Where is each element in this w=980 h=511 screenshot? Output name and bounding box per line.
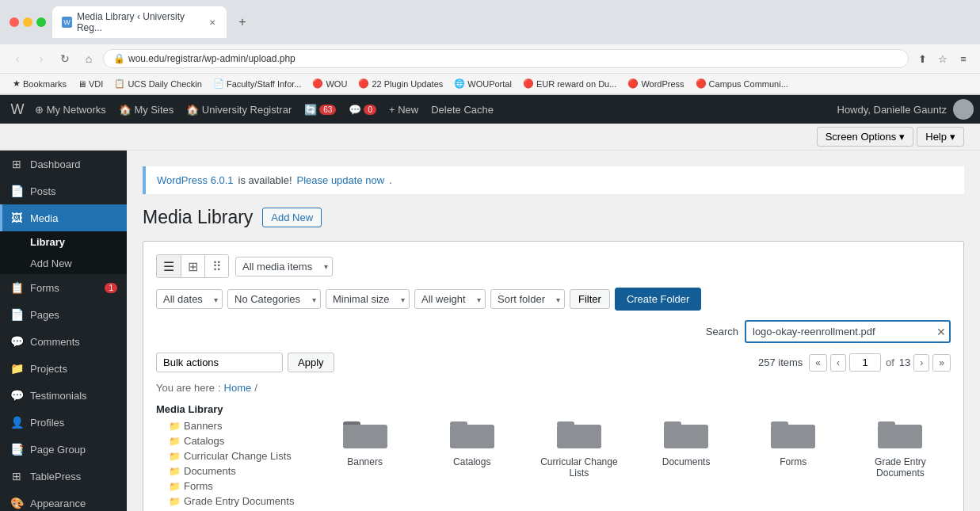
sidebar-add-new-link[interactable]: Add New [0,253,127,274]
next-page-btn[interactable]: › [913,354,929,372]
new-content-menu[interactable]: + New [383,95,425,124]
bookmark-wou[interactable]: 🔴 WOU [307,77,352,90]
add-new-button[interactable]: Add New [262,208,322,227]
bookmark-wordpress[interactable]: 🔴 WordPress [623,77,688,90]
bulk-actions-row: Bulk actions Apply 257 items « ‹ of 13 › [156,353,951,372]
my-sites-menu[interactable]: 🏠 My Sites [112,95,180,124]
sidebar-item-page-group[interactable]: 📑 Page Group [0,436,127,463]
grid-view-btn[interactable]: ⊞ [181,255,204,277]
share-icon[interactable]: ⬆ [913,50,931,67]
maximize-window-btn[interactable] [36,17,46,27]
folder-catalogs[interactable]: Catalogs [421,403,522,509]
tree-root-label[interactable]: Media Library [156,403,302,415]
reload-btn[interactable]: ↻ [55,49,74,68]
tree-item-forms[interactable]: 📁 Forms [156,479,302,494]
folder-grade-entry[interactable]: Grade Entry Documents [850,403,951,509]
wp-content: WordPress 6.0.1 is available! Please upd… [127,151,980,511]
categories-select[interactable]: No Categories [227,289,321,309]
comments-sidebar-icon: 💬 [10,334,24,349]
bookmarks-icon: ★ [13,78,21,89]
forward-btn[interactable]: › [32,49,51,68]
close-window-btn[interactable] [10,17,19,27]
screen-options-bar: Screen Options ▾ Help ▾ [0,124,980,151]
tree-item-banners[interactable]: 📁 Banners [156,418,302,433]
tree-curricular-label: Curricular Change Lists [184,450,292,462]
tab-close-btn[interactable]: ✕ [207,17,217,28]
search-input[interactable] [745,320,951,343]
help-btn[interactable]: Help ▾ [917,127,964,147]
university-label: University Registrar [202,104,292,116]
sidebar-item-posts[interactable]: 📄 Posts [0,177,127,204]
sidebar-item-media[interactable]: 🖼 Media [0,204,127,231]
bulk-actions-select[interactable]: Bulk actions [156,353,283,372]
bookmark-campus[interactable]: 🔴 Campus Communi... [691,77,793,90]
tree-item-documents[interactable]: 📁 Documents [156,463,302,479]
bookmark-eur[interactable]: 🔴 EUR reward on Du... [518,77,621,90]
updates-menu[interactable]: 🔄 63 [298,95,342,124]
list-view-btn[interactable]: ☰ [157,255,181,277]
sidebar-item-tablepress[interactable]: ⊞ TablePress [0,463,127,490]
wp-version-link[interactable]: WordPress 6.0.1 [157,174,234,186]
tree-forms-label: Forms [184,480,213,492]
sidebar-item-testimonials[interactable]: 💬 Testimonials [0,382,127,409]
folder-documents[interactable]: Documents [635,403,736,509]
folder-banners[interactable]: Banners [315,403,415,509]
sidebar-item-projects[interactable]: 📁 Projects [0,355,127,382]
screen-options-btn[interactable]: Screen Options ▾ [817,127,914,147]
filter-button[interactable]: Filter [570,289,610,309]
bookmark-faculty[interactable]: 📄 Faculty/Staff Infor... [208,77,307,90]
last-page-btn[interactable]: » [932,354,951,372]
my-networks-menu[interactable]: ⊕ My Networks [29,95,112,124]
wp-logo-icon[interactable]: W [6,98,29,120]
update-now-link[interactable]: Please update now [297,174,385,186]
first-page-btn[interactable]: « [809,354,827,372]
pages-icon: 📄 [10,307,24,322]
sort-folder-select[interactable]: Sort folder [490,289,565,309]
reader-icon[interactable]: ≡ [955,50,972,67]
tree-item-curricular[interactable]: 📁 Curricular Change Lists [156,448,302,463]
delete-cache-label: Delete Cache [431,104,494,116]
address-bar[interactable]: 🔒 wou.edu/registrar/wp-admin/upload.php [103,49,909,68]
bookmark-ucs[interactable]: 📋 UCS Daily Checkin [109,77,207,90]
back-btn[interactable]: ‹ [8,49,27,68]
sidebar-item-comments[interactable]: 💬 Comments [0,328,127,355]
current-page-input[interactable] [849,353,881,372]
browser-tab[interactable]: W Media Library ‹ University Reg... ✕ [52,6,227,38]
bookmark-wouportal[interactable]: 🌐 WOUPortal [449,77,517,90]
delete-cache-btn[interactable]: Delete Cache [425,95,500,124]
sidebar-item-pages[interactable]: 📄 Pages [0,301,127,328]
comments-menu[interactable]: 💬 0 [342,95,383,124]
small-grid-view-btn[interactable]: ⠿ [204,255,228,277]
sidebar-item-appearance[interactable]: 🎨 Appearance [0,490,127,511]
comments-count: 0 [364,105,376,115]
new-tab-btn[interactable]: + [233,13,252,32]
tree-item-grade-entry[interactable]: 📁 Grade Entry Documents [156,494,302,509]
size-select[interactable]: Minimal size [326,289,410,309]
user-avatar[interactable] [953,99,974,120]
university-registrar-menu[interactable]: 🏠 University Registrar [180,95,298,124]
folder-curricular[interactable]: Curricular Change Lists [528,403,629,509]
bookmark-bookmarks[interactable]: ★ Bookmarks [8,77,71,90]
breadcrumb-home-link[interactable]: Home [224,382,252,394]
all-media-select[interactable]: All media items [235,257,333,276]
wouportal-label: WOUPortal [467,79,512,89]
bookmark-vdi[interactable]: 🖥 VDI [73,78,108,90]
bookmark-star-icon[interactable]: ☆ [934,50,951,67]
home-btn[interactable]: ⌂ [79,49,98,68]
breadcrumb: You are here : Home / [156,382,951,394]
sidebar-item-forms[interactable]: 📋 Forms 1 [0,274,127,301]
updates-icon: 🔄 [304,104,317,116]
minimize-window-btn[interactable] [23,17,32,27]
tree-item-catalogs[interactable]: 📁 Catalogs [156,433,302,448]
sidebar-item-profiles[interactable]: 👤 Profiles [0,409,127,436]
search-clear-button[interactable]: ✕ [936,326,946,338]
folder-forms[interactable]: Forms [743,403,844,509]
create-folder-button[interactable]: Create Folder [615,288,701,311]
sidebar-library-link[interactable]: Library [0,231,127,253]
weight-select[interactable]: All weight [414,289,486,309]
bookmark-plugins[interactable]: 🔴 22 Plugin Updates [353,77,448,90]
sidebar-item-dashboard[interactable]: ⊞ Dashboard [0,151,127,177]
dates-select[interactable]: All dates [156,289,223,309]
bulk-apply-button[interactable]: Apply [288,353,334,372]
prev-page-btn[interactable]: ‹ [830,354,846,372]
